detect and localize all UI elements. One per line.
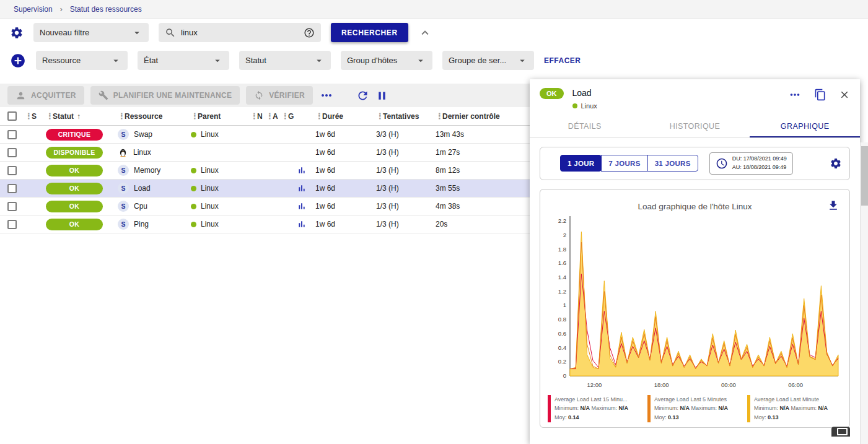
column-menu-icon[interactable]: ⋮ xyxy=(118,111,123,121)
column-menu-icon[interactable]: ⋮ xyxy=(376,111,381,121)
filter-dropdown-groupe-hotes[interactable]: Group d'hôtes xyxy=(341,51,432,70)
row-checkbox[interactable] xyxy=(7,184,17,193)
column-header-parent[interactable]: Parent xyxy=(198,112,221,121)
column-header-status[interactable]: Statut xyxy=(53,112,74,121)
downtime-label: PLANIFIER UNE MAINTENANCE xyxy=(113,91,232,100)
pause-autorefresh-button[interactable] xyxy=(375,89,388,102)
load-chart-svg[interactable]: 00.20.40.60.811.21.41.61.822.212:0018:00… xyxy=(548,212,843,392)
range-31-days-button[interactable]: 31 JOURS xyxy=(647,155,698,172)
row-checkbox[interactable] xyxy=(7,148,17,157)
graph-icon[interactable] xyxy=(297,201,307,211)
column-menu-icon[interactable]: ⋮ xyxy=(436,111,441,121)
graph-icon[interactable] xyxy=(297,165,307,175)
breadcrumb-item-current[interactable]: Statut des ressources xyxy=(70,5,142,14)
custom-date-range[interactable]: DU: 17/08/2021 09:49 AU: 18/08/2021 09:4… xyxy=(709,152,793,175)
column-header-tries[interactable]: Tentatives xyxy=(383,112,419,121)
breadcrumb-item-supervision[interactable]: Supervision xyxy=(14,5,53,14)
add-criteria-button[interactable] xyxy=(10,53,26,69)
resource-cell[interactable]: SPing xyxy=(118,219,191,230)
row-checkbox[interactable] xyxy=(7,220,17,229)
table-row[interactable]: CRITIQUESSwapLinux1w 6d3/3 (H)13m 43s xyxy=(0,126,530,144)
parent-cell[interactable]: Linux xyxy=(191,130,250,139)
close-panel-button[interactable] xyxy=(839,89,850,100)
resource-cell[interactable]: SCpu xyxy=(118,201,191,212)
collapse-filters-chevron-up-icon[interactable] xyxy=(418,26,432,40)
column-header-resource[interactable]: Ressource xyxy=(125,112,162,121)
column-header-n[interactable]: N xyxy=(257,112,263,121)
column-menu-icon[interactable]: ⋮ xyxy=(281,111,286,121)
column-menu-icon[interactable]: ⋮ xyxy=(191,111,196,121)
filter-dropdown-etat[interactable]: État xyxy=(138,51,229,70)
column-menu-icon[interactable]: ⋮ xyxy=(46,111,51,121)
service-icon: S xyxy=(118,129,129,140)
filter-settings-gear-icon[interactable] xyxy=(10,26,24,40)
more-actions-button[interactable] xyxy=(319,88,334,103)
export-graph-button[interactable] xyxy=(827,199,840,212)
filter-criteria-row: Ressource État Statut Group d'hôtes Grou… xyxy=(0,46,868,74)
resource-cell[interactable]: Linux xyxy=(118,147,191,158)
legend-average: Moy: 0.13 xyxy=(754,413,828,422)
filter-dropdown-ressource[interactable]: Ressource xyxy=(36,51,128,70)
vertical-scrollbar[interactable] xyxy=(860,142,868,444)
legend-item[interactable]: Average Load Last 5 MinutesMinimum: N/A … xyxy=(647,395,742,422)
scrollbar-thumb[interactable] xyxy=(861,146,868,206)
column-header-g[interactable]: G xyxy=(288,112,294,121)
screenshot-pip-icon[interactable] xyxy=(831,427,850,437)
search-help-icon[interactable] xyxy=(304,27,315,38)
clear-filters-button[interactable]: EFFACER xyxy=(544,56,581,65)
table-row[interactable]: DISPONIBLELinux1w 6d1/3 (H)1m 27s xyxy=(0,144,530,162)
check-button[interactable]: VÉRIFIER xyxy=(246,86,313,105)
status-badge: OK xyxy=(46,201,103,212)
table-row[interactable]: OKSCpuLinux1w 6d1/3 (H)4m 38s xyxy=(0,198,530,215)
schedule-downtime-button[interactable]: PLANIFIER UNE MAINTENANCE xyxy=(90,86,240,105)
graph-icon[interactable] xyxy=(297,183,307,193)
copy-link-button[interactable] xyxy=(814,89,826,101)
resource-cell[interactable]: SMemory xyxy=(118,165,191,176)
resource-cell[interactable]: SLoad xyxy=(118,183,191,194)
search-box[interactable] xyxy=(159,23,321,42)
svg-text:00:00: 00:00 xyxy=(721,381,736,388)
filter-dropdown-groupe-services[interactable]: Groupe de ser... xyxy=(442,51,534,70)
search-button[interactable]: RECHERCHER xyxy=(331,23,408,42)
column-header-duration[interactable]: Durée xyxy=(322,112,343,121)
table-row[interactable]: OKSLoadLinux1w 6d1/3 (H)3m 55s xyxy=(0,180,530,198)
column-header-last-check[interactable]: Dernier contrôle xyxy=(442,112,500,121)
legend-item[interactable]: Average Load Last 15 Minu...Minimum: N/A… xyxy=(548,395,642,422)
table-row[interactable]: OKSPingLinux1w 6d1/3 (H)20s xyxy=(0,215,530,233)
column-menu-icon[interactable]: ⋮ xyxy=(25,111,30,121)
filter-dropdown-statut[interactable]: Statut xyxy=(239,51,331,70)
sort-asc-icon[interactable]: ↑ xyxy=(77,112,81,121)
saved-filter-select[interactable]: Nouveau filtre xyxy=(33,23,149,42)
parent-cell[interactable]: Linux xyxy=(191,220,250,229)
tab-graph[interactable]: GRAPHIQUE xyxy=(750,116,860,137)
service-icon: S xyxy=(118,165,129,176)
graph-settings-button[interactable] xyxy=(830,157,842,170)
row-checkbox[interactable] xyxy=(7,166,17,175)
column-menu-icon[interactable]: ⋮ xyxy=(250,111,255,121)
parent-cell[interactable]: Linux xyxy=(191,184,250,193)
select-all-checkbox[interactable] xyxy=(7,111,17,121)
column-header-severity[interactable]: S xyxy=(32,112,37,121)
row-checkbox[interactable] xyxy=(7,130,17,139)
parent-cell[interactable]: Linux xyxy=(191,166,250,175)
tab-history[interactable]: HISTORIQUE xyxy=(640,116,750,137)
panel-more-button[interactable] xyxy=(788,88,802,102)
parent-cell[interactable]: Linux xyxy=(191,202,250,211)
column-menu-icon[interactable]: ⋮ xyxy=(266,111,271,121)
resource-cell[interactable]: SSwap xyxy=(118,129,191,140)
column-header-a[interactable]: A xyxy=(273,112,278,121)
svg-text:1: 1 xyxy=(563,302,566,308)
range-7-days-button[interactable]: 7 JOURS xyxy=(601,155,647,172)
search-input[interactable] xyxy=(181,28,299,37)
legend-item[interactable]: Average Load Last MinuteMinimum: N/A Max… xyxy=(747,395,842,422)
tab-details[interactable]: DÉTAILS xyxy=(530,116,640,137)
parent-status-dot-icon xyxy=(191,132,196,137)
graph-icon[interactable] xyxy=(297,219,307,229)
row-checkbox[interactable] xyxy=(7,202,17,211)
acknowledge-button[interactable]: ACQUITTER xyxy=(7,86,84,105)
range-1-day-button[interactable]: 1 JOUR xyxy=(560,155,602,172)
table-header: ⋮S ⋮Statut↑ ⋮Ressource ⋮Parent ⋮N ⋮A ⋮G … xyxy=(0,107,530,126)
table-row[interactable]: OKSMemoryLinux1w 6d1/3 (H)8m 12s xyxy=(0,162,530,180)
refresh-button[interactable] xyxy=(356,89,369,102)
column-menu-icon[interactable]: ⋮ xyxy=(315,111,320,121)
